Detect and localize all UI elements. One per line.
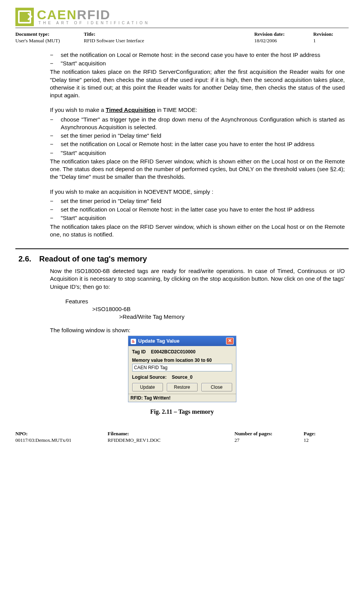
filename-label: Filename: xyxy=(108,431,223,437)
paragraph: Now the ISO18000-6B detected tags are re… xyxy=(50,267,345,291)
paragraph: The notification takes place on the RFID… xyxy=(50,68,345,99)
bullet-text: "Start" acquisition xyxy=(61,149,345,157)
java-icon: ♨ xyxy=(131,339,136,344)
title-value: RFID Software User Interface xyxy=(84,38,177,44)
section-content: Now the ISO18000-6B detected tags are re… xyxy=(15,267,349,334)
page-value: 12 xyxy=(304,437,316,444)
brand-suffix: RFID xyxy=(77,7,110,22)
dialog-title: Update Tag Value xyxy=(138,338,180,344)
brand-header: CAENRFID THE ART OF IDENTIFICATION xyxy=(15,8,349,28)
dialog-titlebar: ♨Update Tag Value ✕ xyxy=(128,336,236,346)
logical-source-value: Source_0 xyxy=(172,375,193,380)
dialog-status: RFID: Tag Written! xyxy=(128,394,236,402)
brand-main: CAEN xyxy=(37,7,77,22)
revision-label: Revision: xyxy=(313,31,333,38)
paragraph: The following window is shown: xyxy=(50,326,345,334)
update-tag-dialog: ♨Update Tag Value ✕ Tag ID E0042BCD2C010… xyxy=(128,336,236,402)
paragraph: The notification takes place on the RFID… xyxy=(50,158,345,181)
logical-source-label: Logical Source: xyxy=(132,375,167,380)
bullet-text: set the notification on Local or Remote … xyxy=(61,51,345,59)
list-item: −set the timer period in "Delay time" fi… xyxy=(50,132,345,140)
list-item: −set the timer period in "Delay time" fi… xyxy=(50,197,345,205)
body-content: −set the notification on Local or Remote… xyxy=(15,51,349,238)
npo-label: NPO: xyxy=(15,431,96,437)
revision-value: 1 xyxy=(313,38,333,44)
brand-icon xyxy=(15,8,34,26)
paragraph: If you wish to make an acquisition in NO… xyxy=(50,188,345,196)
doc-type-value: User's Manual (MUT) xyxy=(15,38,68,44)
paragraph: If you wish to make a Timed Acquisition … xyxy=(50,106,345,114)
bullet-text: set the timer period in "Delay time" fie… xyxy=(61,197,345,205)
doc-type-label: Document type: xyxy=(15,31,68,38)
bullet-text: "Start" acquisition xyxy=(61,214,345,222)
menu-path-l1: Features xyxy=(65,298,345,305)
bullet-text: set the notification on Local or Remote … xyxy=(61,206,345,213)
tag-id-value: E0042BCD2C010000 xyxy=(151,349,196,355)
filename-value: RFIDDEMO_REV1.DOC xyxy=(108,437,223,444)
list-item: −set the notification on Local or Remote… xyxy=(50,140,345,148)
brand-text: CAENRFID xyxy=(37,9,150,21)
restore-button[interactable]: Restore xyxy=(167,383,198,391)
doc-meta-footer: NPO: 00117/03:Demox.MUTx/01 Filename: RF… xyxy=(15,431,349,444)
pages-value: 27 xyxy=(234,437,292,444)
tag-id-label: Tag ID xyxy=(132,349,146,355)
doc-meta-header: Document type: User's Manual (MUT) Title… xyxy=(15,31,349,44)
list-item: −"Start" acquisition xyxy=(50,214,345,222)
menu-path-l3: >Read/Write Tag Memory xyxy=(65,313,345,321)
menu-path: Features >ISO18000-6B >Read/Write Tag Me… xyxy=(50,298,345,321)
section-number: 2.6. xyxy=(18,255,39,263)
close-button[interactable]: Close xyxy=(201,383,232,391)
rev-date-value: 18/02/2006 xyxy=(254,38,298,44)
bullet-text: set the timer period in "Delay time" fie… xyxy=(61,132,345,140)
section-divider xyxy=(15,248,349,249)
npo-value: 00117/03:Demox.MUTx/01 xyxy=(15,437,96,444)
brand-tagline: THE ART OF IDENTIFICATION xyxy=(37,21,150,25)
close-icon[interactable]: ✕ xyxy=(226,338,234,345)
list-item: −"Start" acquisition xyxy=(50,149,345,157)
pages-label: Number of pages: xyxy=(234,431,292,437)
paragraph: The notification takes place on the RFID… xyxy=(50,223,345,239)
title-label: Title: xyxy=(84,31,177,38)
list-item: −set the notification on Local or Remote… xyxy=(50,51,345,59)
list-item: −choose "Timer" as trigger type in the d… xyxy=(50,116,345,132)
memory-label: Memory value from location 30 to 60 xyxy=(132,358,212,363)
bullet-text: "Start" acquisition xyxy=(61,60,345,67)
update-button[interactable]: Update xyxy=(132,383,163,391)
memory-input[interactable] xyxy=(132,364,232,371)
figure-caption: Fig. 2.11 – Tags memory xyxy=(15,408,349,415)
bullet-text: set the notification on Local or Remote … xyxy=(61,140,345,148)
list-item: −"Start" acquisition xyxy=(50,60,345,67)
section-heading: 2.6. Readout of one tag's memory xyxy=(15,255,349,263)
list-item: −set the notification on Local or Remote… xyxy=(50,206,345,213)
rev-date-label: Revision date: xyxy=(254,31,298,38)
bullet-text: choose "Timer" as trigger type in the dr… xyxy=(61,116,345,132)
page-label: Page: xyxy=(304,431,316,437)
menu-path-l2: >ISO18000-6B xyxy=(65,305,345,313)
section-title: Readout of one tag's memory xyxy=(39,255,147,263)
